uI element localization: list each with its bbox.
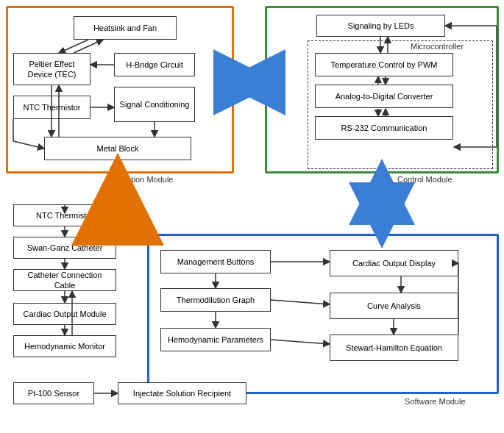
hemodynamic-monitor-box: Hemodynamic Monitor bbox=[13, 335, 116, 357]
catheter-cable-box: Catheter Connection Cable bbox=[13, 269, 116, 291]
swan-ganz-box: Swan-Ganz Catheter bbox=[13, 237, 116, 259]
diagram: Simulation Module Control Module Softwar… bbox=[0, 0, 504, 433]
stewart-hamilton-box: Stewart-Hamilton Equation bbox=[330, 334, 458, 361]
temp-ctrl-box: Temperature Control by PWM bbox=[315, 53, 453, 76]
management-buttons-box: Management Buttons bbox=[160, 250, 271, 273]
simulation-module-label: Simulation Module bbox=[107, 175, 174, 184]
hemodynamic-params-box: Hemodynamic Parameters bbox=[160, 328, 271, 351]
thermodilution-graph-box: Thermodilution Graph bbox=[160, 288, 271, 312]
cardiac-output-module-box: Cardiac Output Module bbox=[13, 303, 116, 325]
adc-box: Analog-to-Digital Converter bbox=[315, 85, 453, 108]
cardiac-output-display-box: Cardiac Output Display bbox=[330, 250, 458, 276]
microcontroller-label: Microcontroller bbox=[411, 42, 464, 51]
software-module-label: Software Module bbox=[405, 397, 466, 406]
ntc2-box: NTC Thermistor bbox=[13, 204, 116, 226]
rs232-box: RS-232 Communication bbox=[315, 116, 453, 140]
ntc1-box: NTC Thermistor bbox=[13, 96, 90, 119]
peltier-box: Peltier Effect Device (TEC) bbox=[13, 53, 90, 85]
hbridge-box: H-Bridge Circuit bbox=[114, 53, 195, 76]
curve-analysis-box: Curve Analysis bbox=[330, 293, 458, 319]
heatsink-box: Heatsink and Fan bbox=[74, 16, 177, 40]
metal-block-box: Metal Block bbox=[44, 137, 191, 160]
injectate-box: Injectate Solution Recipient bbox=[118, 382, 246, 404]
pt100-box: Pt-100 Sensor bbox=[13, 382, 94, 404]
signal-cond-box: Signal Conditioning bbox=[114, 87, 195, 122]
control-module-label: Control Module bbox=[397, 175, 452, 184]
signaling-leds-box: Signaling by LEDs bbox=[316, 15, 445, 37]
